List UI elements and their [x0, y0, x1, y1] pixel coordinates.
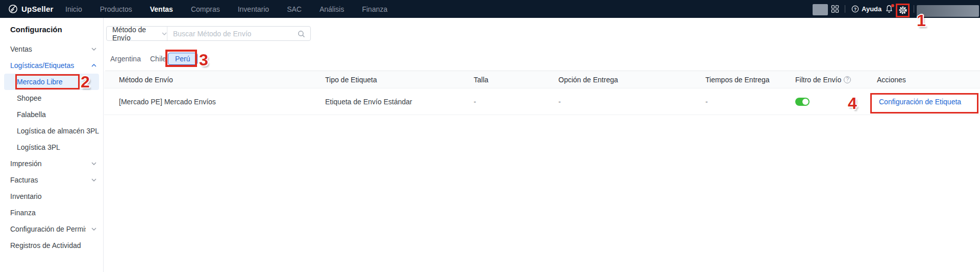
configuracion-etiqueta-link[interactable]: Configuración de Etiqueta: [877, 98, 961, 106]
sidebar-item-label: Logística 3PL: [17, 143, 60, 151]
cell-acciones: Configuración de Etiqueta: [877, 98, 980, 106]
column-header-label: Talla: [474, 76, 488, 84]
apps-grid-icon[interactable]: [831, 5, 839, 15]
help-circle-icon: ?: [851, 5, 859, 13]
sidebar-item-label: Falabella: [17, 110, 46, 119]
cell-metodo-envio: [Mercado PE] Mercado Envíos: [119, 98, 325, 106]
sidebar-item-facturas[interactable]: Facturas: [0, 172, 103, 188]
notifications-bell-icon[interactable]: [885, 5, 894, 14]
shipping-methods-table: Método de Envío Tipo de Etiqueta Talla O…: [104, 71, 980, 272]
cell-tipo-etiqueta: Etiqueta de Envío Estándar: [325, 98, 474, 106]
cell-opcion-entrega: -: [558, 98, 705, 106]
sidebar-item-label: Logísticas/Etiquetas: [10, 61, 74, 70]
toggle-knob: [802, 99, 808, 105]
upseller-logo-icon: [8, 4, 18, 14]
table-header-row: Método de Envío Tipo de Etiqueta Talla O…: [104, 71, 980, 88]
sidebar-item-logistica-almacen-3pl[interactable]: Logística de almacén 3PL: [0, 123, 103, 139]
sidebar-item-label: Ventas: [10, 45, 32, 53]
top-navbar: UpSeller Inicio Productos Ventas Compras…: [0, 0, 980, 18]
sidebar-item-logistica-3pl[interactable]: Logística 3PL: [0, 139, 103, 155]
chevron-down-icon: [91, 162, 96, 165]
nav-item-sac[interactable]: SAC: [287, 5, 302, 13]
sidebar-item-mercado-libre[interactable]: Mercado Libre: [4, 74, 99, 90]
column-header-tiempos-entrega: Tiempos de Entrega: [705, 76, 795, 84]
sidebar-item-label: Facturas: [10, 176, 38, 184]
chevron-up-icon: [91, 64, 96, 67]
search-toolbar: Método de Envío: [106, 26, 311, 41]
brand-name: UpSeller: [21, 5, 53, 13]
help-button[interactable]: ? Ayuda: [851, 0, 881, 18]
sidebar-item-finanza[interactable]: Finanza: [0, 205, 103, 221]
column-header-label: Tipo de Etiqueta: [325, 76, 377, 84]
chevron-down-icon: [91, 48, 96, 51]
help-label: Ayuda: [862, 5, 881, 13]
sidebar-item-label: Finanza: [10, 209, 36, 217]
chevron-down-icon: [91, 228, 96, 231]
search-input[interactable]: [167, 27, 310, 40]
sidebar-item-label: Inventario: [10, 192, 41, 200]
column-header-opcion-entrega: Opción de Entrega: [558, 76, 705, 84]
sidebar-item-inventario[interactable]: Inventario: [0, 188, 103, 205]
chevron-down-icon: [91, 178, 96, 182]
sidebar-item-label: Impresión: [10, 160, 41, 168]
sidebar-title: Configuración: [10, 25, 103, 34]
sidebar-item-label: Shopee: [17, 94, 41, 102]
brand[interactable]: UpSeller: [8, 0, 53, 18]
sidebar-item-label: Registros de Actividad: [10, 241, 81, 250]
tab-peru[interactable]: Perú: [168, 53, 198, 65]
column-header-label: Opción de Entrega: [558, 76, 618, 84]
sidebar-item-label: Logística de almacén 3PL: [17, 127, 99, 135]
nav-item-compras[interactable]: Compras: [191, 5, 220, 13]
nav-item-productos[interactable]: Productos: [100, 5, 132, 13]
sidebar-item-registros-actividad[interactable]: Registros de Actividad: [0, 237, 103, 254]
sidebar-item-shopee[interactable]: Shopee: [0, 90, 103, 106]
nav-item-finanza[interactable]: Finanza: [362, 5, 387, 13]
settings-sidebar: Configuración Ventas Logísticas/Etiqueta…: [0, 18, 104, 272]
nav-item-analisis[interactable]: Análisis: [320, 5, 344, 13]
main-nav: Inicio Productos Ventas Compras Inventar…: [65, 0, 387, 18]
chevron-down-icon: [162, 32, 167, 35]
redacted-store-badge[interactable]: [813, 4, 828, 15]
sidebar-item-logisticas-etiquetas[interactable]: Logísticas/Etiquetas: [0, 57, 103, 74]
column-header-acciones: Acciones: [877, 76, 980, 84]
sidebar-item-label: Configuración de Permis...: [10, 225, 86, 233]
nav-item-ventas[interactable]: Ventas: [150, 5, 173, 13]
column-header-label: Acciones: [877, 76, 906, 84]
sidebar-item-impresion[interactable]: Impresión: [0, 155, 103, 172]
search-type-label: Método de Envío: [112, 26, 158, 42]
column-header-talla: Talla: [474, 76, 558, 84]
search-type-dropdown[interactable]: Método de Envío: [107, 27, 167, 40]
main-content: Método de Envío Argentina Chile Perú Mét…: [104, 18, 980, 272]
column-header-label: Tiempos de Entrega: [705, 76, 770, 84]
navbar-divider: [914, 5, 914, 13]
nav-item-inicio[interactable]: Inicio: [65, 5, 82, 13]
search-icon[interactable]: [298, 30, 305, 40]
table-row: [Mercado PE] Mercado Envíos Etiqueta de …: [104, 88, 980, 115]
cell-tiempos-entrega: -: [705, 98, 795, 106]
navbar-divider: [845, 5, 845, 13]
sidebar-item-configuracion-permisos[interactable]: Configuración de Permis...: [0, 221, 103, 237]
cell-talla: -: [474, 98, 558, 106]
sidebar-item-label: Mercado Libre: [17, 78, 63, 86]
tab-argentina[interactable]: Argentina: [110, 53, 141, 65]
sidebar-item-falabella[interactable]: Falabella: [0, 106, 103, 123]
svg-text:?: ?: [854, 7, 856, 12]
sidebar-menu: Ventas Logísticas/Etiquetas Mercado Libr…: [0, 41, 103, 254]
filtro-envio-toggle[interactable]: [795, 98, 810, 106]
column-header-tipo-etiqueta: Tipo de Etiqueta: [325, 76, 474, 84]
column-header-label: Método de Envío: [119, 76, 173, 84]
redacted-account-info[interactable]: [917, 5, 979, 17]
sidebar-item-ventas[interactable]: Ventas: [0, 41, 103, 57]
column-header-filtro-envio: Filtro de Envío ?: [795, 76, 877, 84]
column-header-metodo-envio: Método de Envío: [119, 76, 325, 84]
tab-chile[interactable]: Chile: [150, 53, 166, 65]
help-circle-icon[interactable]: ?: [844, 76, 851, 83]
cell-filtro-envio: [795, 98, 877, 106]
nav-item-inventario[interactable]: Inventario: [238, 5, 269, 13]
column-header-label: Filtro de Envío: [795, 76, 841, 84]
settings-gear-icon[interactable]: [898, 5, 908, 17]
notification-badge-dot: [891, 4, 894, 7]
